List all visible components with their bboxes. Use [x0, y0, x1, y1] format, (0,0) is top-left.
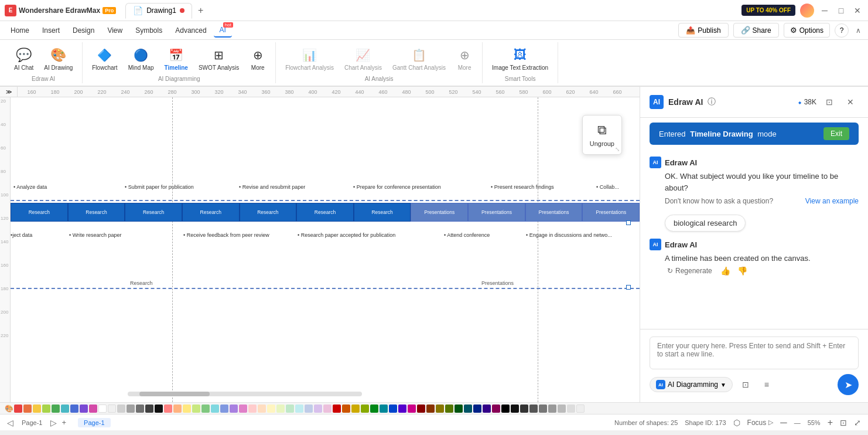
new-tab-button[interactable]: +: [193, 3, 208, 18]
close-button[interactable]: ✕: [852, 5, 863, 16]
color-swatch[interactable]: [239, 405, 247, 413]
color-swatch[interactable]: [286, 405, 294, 413]
ribbon-btn-gantt-analysis[interactable]: 📋 Gantt Chart Analysis: [388, 45, 450, 73]
color-swatch[interactable]: [52, 405, 60, 413]
color-swatch[interactable]: [567, 405, 575, 413]
color-swatch[interactable]: [295, 405, 303, 413]
tab-drawing1[interactable]: 📄 Drawing1: [125, 3, 192, 19]
ai-send-button[interactable]: ➤: [838, 374, 859, 395]
menu-home[interactable]: Home: [5, 24, 35, 37]
color-swatch[interactable]: [361, 405, 369, 413]
ribbon-btn-chart-analysis[interactable]: 📈 Chart Analysis: [340, 45, 387, 73]
color-swatch[interactable]: [501, 405, 510, 413]
promo-badge[interactable]: UP TO 40% OFF: [741, 5, 795, 16]
page-nav-left[interactable]: ◁: [7, 418, 13, 427]
color-swatch[interactable]: [173, 405, 182, 413]
color-swatch[interactable]: [539, 405, 547, 413]
color-swatch[interactable]: [333, 405, 341, 413]
page-tab-page1-sidebar[interactable]: Page-1: [16, 418, 48, 427]
color-swatch[interactable]: [454, 405, 463, 413]
color-swatch[interactable]: [89, 405, 97, 413]
color-swatch[interactable]: [548, 405, 556, 413]
color-swatch[interactable]: [164, 405, 172, 413]
ribbon-btn-flowchart[interactable]: 🔷 Flowchart: [87, 45, 122, 73]
color-swatch[interactable]: [230, 405, 238, 413]
menu-ai[interactable]: AI hot: [214, 23, 232, 38]
maximize-button[interactable]: □: [835, 5, 847, 16]
color-swatch[interactable]: [61, 405, 69, 413]
suggestion-chip[interactable]: biological research: [665, 215, 746, 232]
play-icon[interactable]: ▷: [768, 419, 773, 426]
color-swatch[interactable]: [258, 405, 266, 413]
ribbon-btn-mindmap[interactable]: 🔵 Mind Map: [124, 45, 159, 73]
ai-expand-button[interactable]: ⊡: [737, 376, 754, 393]
color-swatch[interactable]: [145, 405, 153, 413]
color-swatch[interactable]: [23, 405, 32, 413]
thumbs-down-button[interactable]: 👎: [736, 265, 749, 277]
ai-help-icon[interactable]: ⓘ: [708, 97, 716, 107]
color-swatch[interactable]: [14, 405, 22, 413]
view-example-link[interactable]: View an example: [805, 197, 859, 205]
ungroup-label[interactable]: Ungroup: [590, 140, 614, 147]
resize-handle[interactable]: [626, 220, 631, 225]
color-swatch[interactable]: [529, 405, 538, 413]
menu-view[interactable]: View: [101, 24, 128, 37]
fit-page-icon[interactable]: ⊡: [840, 418, 847, 427]
zoom-plus-icon[interactable]: +: [828, 417, 833, 428]
fullscreen-icon[interactable]: ⤢: [854, 418, 861, 427]
color-swatch[interactable]: [389, 405, 397, 413]
color-swatch[interactable]: [80, 405, 88, 413]
ruler-corner[interactable]: ≫: [0, 87, 18, 97]
color-swatch[interactable]: [342, 405, 350, 413]
color-swatch[interactable]: [408, 405, 416, 413]
color-swatch[interactable]: [108, 405, 116, 413]
color-swatch[interactable]: [492, 405, 500, 413]
color-swatch[interactable]: [380, 405, 388, 413]
color-swatch[interactable]: [267, 405, 275, 413]
color-swatch[interactable]: [98, 405, 107, 413]
color-swatch[interactable]: [276, 405, 285, 413]
ribbon-btn-more-analysis[interactable]: ⊕ More: [452, 45, 477, 73]
exit-button[interactable]: Exit: [823, 127, 849, 140]
color-swatch[interactable]: [370, 405, 378, 413]
color-swatch[interactable]: [248, 405, 257, 413]
ai-query-input[interactable]: [650, 337, 859, 369]
color-swatch[interactable]: [436, 405, 444, 413]
minimize-button[interactable]: ─: [819, 5, 831, 16]
menu-design[interactable]: Design: [67, 24, 100, 37]
regenerate-button[interactable]: ↻ Regenerate: [665, 264, 715, 277]
ribbon-btn-more-diag[interactable]: ⊕ More: [245, 45, 271, 73]
color-swatch[interactable]: [576, 405, 585, 413]
ai-mode-select[interactable]: AI AI Diagramming ▼: [650, 377, 733, 392]
color-swatch[interactable]: [314, 405, 322, 413]
options-button[interactable]: ⚙ Options: [784, 23, 830, 38]
color-swatch[interactable]: [305, 405, 313, 413]
color-picker-button[interactable]: 🎨: [5, 405, 13, 413]
color-swatch[interactable]: [42, 405, 50, 413]
color-swatch[interactable]: [398, 405, 406, 413]
color-swatch[interactable]: [445, 405, 453, 413]
color-swatch[interactable]: [511, 405, 519, 413]
color-swatch[interactable]: [192, 405, 200, 413]
color-swatch[interactable]: [558, 405, 566, 413]
ribbon-btn-ai-chat[interactable]: 💬 AI Chat: [9, 45, 38, 73]
add-page-button[interactable]: +: [59, 418, 69, 427]
help-button[interactable]: ?: [835, 23, 849, 38]
ribbon-btn-swot[interactable]: ⊞ SWOT Analysis: [194, 45, 244, 73]
color-swatch[interactable]: [351, 405, 360, 413]
ai-history-button[interactable]: ⊡: [821, 94, 838, 110]
color-swatch[interactable]: [426, 405, 435, 413]
page-tab-page1[interactable]: Page-1: [78, 418, 110, 427]
ai-format-button[interactable]: ≡: [758, 376, 775, 393]
color-swatch[interactable]: [201, 405, 210, 413]
color-swatch[interactable]: [473, 405, 481, 413]
color-swatch[interactable]: [323, 405, 332, 413]
color-swatch[interactable]: [520, 405, 528, 413]
menu-symbols[interactable]: Symbols: [129, 24, 168, 37]
ribbon-btn-flowchart-analysis[interactable]: 📊 Flowchart Analysis: [281, 45, 339, 73]
color-swatch[interactable]: [33, 405, 41, 413]
drawing-canvas[interactable]: • Analyze data • Submit paper for public…: [11, 97, 640, 402]
publish-button[interactable]: 📤 Publish: [678, 23, 728, 38]
ribbon-btn-ai-drawing[interactable]: 🎨 AI Drawing: [39, 45, 77, 73]
ribbon-btn-image-extraction[interactable]: 🖼 Image Text Extraction: [487, 45, 553, 73]
